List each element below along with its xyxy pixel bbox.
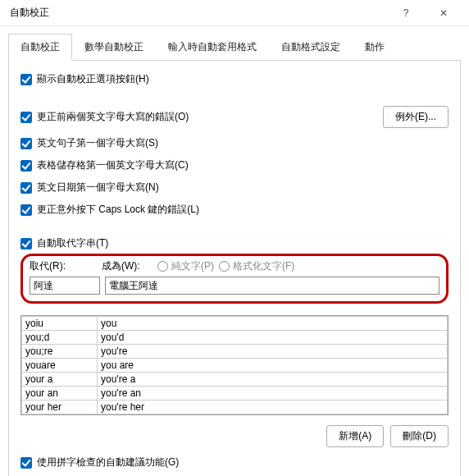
radio-plain[interactable] [157,261,168,272]
tab-autocorrect[interactable]: 自動校正 [8,34,72,61]
lbl-day-cap: 英文日期第一個字母大寫(N) [37,181,159,195]
lbl-show-buttons: 顯示自動校正選項按鈕(H) [37,72,149,86]
table-row[interactable]: your anyou're an [22,387,448,400]
cell-from: you;re [22,345,98,359]
radio-formatted-label: 格式化文字(F) [219,259,294,273]
help-button[interactable]: ? [387,0,425,26]
chk-sentence-cap[interactable] [20,138,32,149]
lbl-sentence-cap: 英文句子第一個字母大寫(S) [37,136,158,150]
replacement-highlight: 取代(R): 成為(W): 純文字(P) 格式化文字(F) [20,254,449,304]
cell-from: yoiu [22,317,98,331]
close-button[interactable]: ✕ [425,0,462,26]
title-bar: 自動校正 ? ✕ [0,0,469,26]
delete-button[interactable]: 刪除(D) [390,425,449,447]
table-row[interactable]: yoiuyou [22,317,448,331]
chk-caps-lock[interactable] [20,204,32,216]
tab-math-autocorrect[interactable]: 數學自動校正 [72,34,156,61]
table-row[interactable]: your heryou're her [22,400,448,414]
table-row[interactable]: your ayou're a [22,373,448,387]
cell-from: your an [22,387,98,400]
lbl-table-cell-cap: 表格儲存格第一個英文字母大寫(C) [37,158,189,172]
window-title: 自動校正 [7,6,387,20]
table-row[interactable]: youareyou are [22,359,448,373]
tab-autoformat-typing[interactable]: 輸入時自動套用格式 [156,34,269,61]
exceptions-button[interactable]: 例外(E)... [383,106,449,128]
cell-from: your a [22,373,98,387]
cell-to: you'd [98,331,448,345]
cell-to: you're her [98,400,448,414]
cell-to: you're an [98,387,448,400]
cell-to: you're [98,345,448,359]
chk-spell-suggest[interactable] [20,457,32,469]
input-replace-from[interactable] [30,277,100,295]
chk-auto-replace[interactable] [20,238,32,249]
table-row[interactable]: you;reyou're [22,345,448,359]
cell-from: your her [22,400,98,414]
lbl-replace: 取代(R): [30,259,97,273]
cell-from: you;d [22,331,98,345]
lbl-auto-replace: 自動取代字串(T) [37,236,108,250]
lbl-two-caps: 更正前兩個英文字母大寫的錯誤(O) [37,110,189,124]
table-row[interactable]: you;dyou'd [22,331,448,345]
lbl-with: 成為(W): [102,259,153,273]
cell-to: you're a [98,373,448,387]
chk-show-buttons[interactable] [20,74,32,85]
lbl-caps-lock: 更正意外按下 Caps Lock 鍵的錯誤(L) [37,203,199,217]
replacement-list[interactable]: yoiuyouyou;dyou'dyou;reyou'reyouareyou a… [20,315,449,415]
tab-autoformat[interactable]: 自動格式設定 [269,34,353,61]
input-replace-to[interactable] [105,277,439,295]
lbl-spell-suggest: 使用拼字檢查的自動建議功能(G) [37,455,179,469]
chk-table-cell-cap[interactable] [20,160,32,172]
cell-to: you are [98,359,448,373]
panel-autocorrect: 顯示自動校正選項按鈕(H) 更正前兩個英文字母大寫的錯誤(O) 例外(E)...… [8,61,461,476]
tab-actions[interactable]: 動作 [353,34,397,61]
radio-formatted[interactable] [219,261,230,272]
tab-bar: 自動校正 數學自動校正 輸入時自動套用格式 自動格式設定 動作 [8,33,461,61]
chk-two-caps[interactable] [20,112,32,123]
chk-day-cap[interactable] [20,182,32,194]
cell-to: you [98,317,448,331]
add-button[interactable]: 新增(A) [326,425,384,447]
cell-from: youare [22,359,98,373]
radio-plain-label: 純文字(P) [157,259,214,273]
